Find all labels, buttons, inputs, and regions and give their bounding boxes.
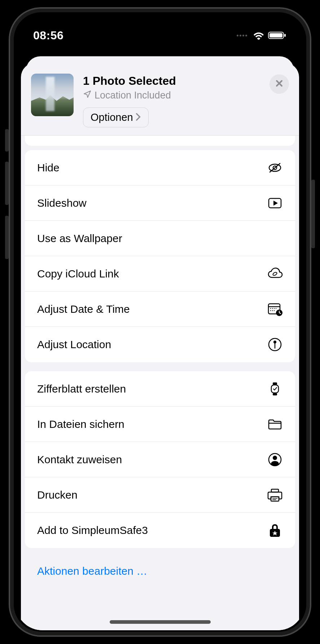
action-group-2: Zifferblatt erstellen In Dateien sichern… [25, 371, 295, 548]
svg-point-7 [272, 271, 277, 276]
edit-actions-label: Aktionen bearbeiten … [37, 565, 147, 577]
svg-point-16 [274, 310, 275, 311]
action-create-watchface[interactable]: Zifferblatt erstellen [25, 371, 295, 407]
svg-point-11 [272, 308, 273, 308]
action-slideshow[interactable]: Slideshow [25, 185, 295, 221]
empty-icon [267, 231, 283, 246]
action-label: Copy iCloud Link [37, 268, 119, 280]
action-label: Adjust Location [37, 338, 111, 351]
action-label: Adjust Date & Time [37, 303, 130, 315]
phone-volume-down-button [5, 216, 9, 259]
svg-rect-28 [271, 497, 279, 501]
action-label: Kontakt zuweisen [37, 454, 122, 466]
person-circle-icon [267, 452, 283, 468]
chevron-right-icon [135, 111, 141, 123]
svg-rect-2 [284, 34, 286, 37]
sheet-header: 1 Photo Selected Location Included Optio… [21, 63, 299, 136]
action-adjust-date-time[interactable]: Adjust Date & Time [25, 292, 295, 327]
status-time: 08:56 [33, 29, 63, 42]
content-scroll-area[interactable]: Hide Slideshow Use as Wallpaper [21, 136, 299, 630]
action-print[interactable]: Drucken [25, 477, 295, 513]
action-label: Use as Wallpaper [37, 232, 122, 245]
svg-point-10 [270, 308, 271, 308]
share-sheet: 1 Photo Selected Location Included Optio… [21, 63, 299, 630]
svg-rect-22 [273, 382, 277, 385]
wifi-icon [253, 31, 264, 40]
action-group-1: Hide Slideshow Use as Wallpaper [25, 150, 295, 362]
phone-power-button [311, 180, 315, 248]
pin-circle-icon [267, 337, 283, 352]
header-info: 1 Photo Selected Location Included Optio… [83, 74, 260, 127]
photo-thumbnail [31, 74, 74, 116]
svg-point-14 [270, 310, 271, 311]
action-hide[interactable]: Hide [25, 150, 295, 185]
phone-side-button [5, 129, 9, 152]
svg-point-26 [273, 456, 277, 460]
action-label: Hide [37, 162, 60, 174]
action-add-to-simpleumsafe[interactable]: Add to SimpleumSafe3 [25, 513, 295, 548]
previous-group-peek [25, 136, 295, 146]
calendar-clock-icon [267, 301, 283, 317]
home-indicator[interactable] [110, 620, 211, 624]
action-assign-contact[interactable]: Kontakt zuweisen [25, 442, 295, 477]
options-button-label: Optionen [91, 111, 133, 123]
action-label: Slideshow [37, 197, 87, 209]
sheet-title: 1 Photo Selected [83, 74, 260, 88]
cloud-link-icon [267, 266, 283, 282]
svg-rect-23 [273, 393, 277, 395]
folder-icon [267, 416, 283, 432]
action-label: Drucken [37, 489, 78, 501]
svg-point-15 [272, 310, 273, 311]
location-row: Location Included [83, 90, 260, 101]
screen: 08:56 1 Photo Selected [15, 14, 305, 630]
watch-icon [267, 381, 283, 397]
cellular-dots-icon [237, 35, 247, 36]
eye-slash-icon [267, 160, 283, 176]
options-button[interactable]: Optionen [83, 108, 149, 127]
close-button[interactable] [269, 74, 289, 94]
lock-star-icon [267, 522, 283, 538]
battery-icon [268, 31, 287, 40]
location-text: Location Included [95, 90, 171, 101]
action-copy-icloud-link[interactable]: Copy iCloud Link [25, 256, 295, 292]
action-save-to-files[interactable]: In Dateien sichern [25, 407, 295, 442]
close-icon [275, 79, 284, 89]
action-label: Zifferblatt erstellen [37, 383, 126, 395]
action-label: In Dateien sichern [37, 418, 124, 430]
status-bar: 08:56 [15, 14, 305, 50]
phone-frame: 08:56 1 Photo Selected [9, 7, 311, 637]
svg-rect-1 [269, 33, 282, 38]
status-icons [237, 31, 287, 40]
location-arrow-icon [83, 90, 92, 101]
svg-point-12 [274, 308, 275, 308]
play-rect-icon [267, 195, 283, 211]
phone-volume-up-button [5, 162, 9, 205]
svg-point-13 [276, 308, 276, 308]
printer-icon [267, 487, 283, 503]
svg-rect-21 [271, 385, 279, 393]
action-label: Add to SimpleumSafe3 [37, 524, 148, 536]
action-adjust-location[interactable]: Adjust Location [25, 327, 295, 362]
action-use-as-wallpaper[interactable]: Use as Wallpaper [25, 221, 295, 256]
edit-actions-button[interactable]: Aktionen bearbeiten … [25, 557, 295, 592]
